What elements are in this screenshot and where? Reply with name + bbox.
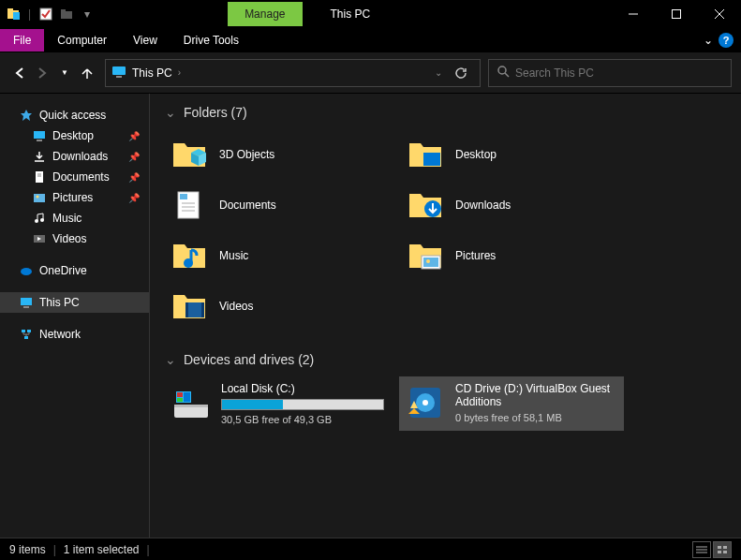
titlebar: | ▾ Manage This PC	[0, 0, 741, 28]
new-folder-icon[interactable]	[57, 5, 76, 23]
folder-label: Music	[219, 249, 248, 262]
sidebar-item-this-pc[interactable]: This PC	[0, 292, 149, 313]
folder-label: Documents	[219, 199, 276, 212]
back-button[interactable]	[9, 63, 30, 83]
tab-computer[interactable]: Computer	[44, 29, 120, 52]
star-icon	[19, 108, 34, 123]
sidebar-item-network[interactable]: Network	[0, 324, 149, 345]
svg-point-58	[422, 400, 428, 405]
sidebar-item-label: Videos	[52, 232, 86, 245]
folder-icon	[407, 136, 444, 173]
sidebar-item-label: Music	[52, 212, 82, 225]
svg-point-46	[426, 259, 430, 263]
downloads-icon	[32, 149, 47, 164]
content-pane: ⌄ Folders (7) 3D Objects Desktop Documen…	[150, 94, 741, 538]
this-pc-icon	[19, 295, 34, 310]
svg-rect-18	[36, 171, 43, 183]
svg-point-22	[37, 196, 39, 199]
svg-rect-53	[177, 392, 183, 397]
sidebar-item-label: Quick access	[39, 109, 106, 122]
folder-videos[interactable]: Videos	[165, 281, 401, 332]
drive-cd-d[interactable]: CD Drive (D:) VirtualBox Guest Additions…	[399, 376, 624, 431]
group-header-folders[interactable]: ⌄ Folders (7)	[165, 105, 726, 120]
svg-rect-28	[21, 298, 32, 305]
details-view-button[interactable]	[692, 541, 711, 558]
sidebar-item-pictures[interactable]: Pictures 📌	[0, 187, 149, 208]
folder-downloads[interactable]: Downloads	[401, 180, 637, 230]
navigation-pane: Quick access Desktop 📌 Downloads 📌 Docum…	[0, 94, 150, 538]
folder-label: 3D Objects	[219, 148, 274, 161]
svg-rect-51	[174, 405, 208, 407]
sidebar-item-documents[interactable]: Documents 📌	[0, 167, 149, 187]
svg-marker-14	[21, 110, 32, 121]
folder-icon	[407, 186, 444, 224]
breadcrumb-this-pc[interactable]: This PC	[132, 66, 172, 80]
desktop-icon	[32, 128, 47, 143]
sidebar-item-downloads[interactable]: Downloads 📌	[0, 146, 149, 167]
svg-rect-67	[723, 551, 727, 553]
address-dropdown-icon[interactable]: ⌄	[435, 67, 442, 78]
minimize-button[interactable]	[612, 0, 655, 28]
up-button[interactable]	[77, 63, 97, 83]
folder-desktop[interactable]: Desktop	[401, 129, 637, 180]
pin-icon: 📌	[128, 172, 140, 183]
properties-icon[interactable]	[37, 5, 55, 23]
file-explorer-window: | ▾ Manage This PC File Computer View Dr…	[0, 0, 741, 560]
search-input[interactable]	[515, 66, 723, 80]
qat-dropdown-icon[interactable]: ▾	[78, 5, 96, 23]
search-box[interactable]	[488, 59, 732, 87]
help-icon[interactable]: ?	[719, 33, 734, 48]
drive-free-label: 0 bytes free of 58,1 MB	[455, 412, 618, 423]
svg-rect-29	[23, 306, 29, 308]
ribbon-collapse-icon[interactable]: ⌄	[704, 34, 713, 47]
folder-pictures[interactable]: Pictures	[401, 230, 637, 281]
quick-access-toolbar: | ▾	[0, 5, 96, 23]
icons-view-button[interactable]	[713, 541, 732, 558]
folder-icon	[170, 136, 208, 173]
folder-documents[interactable]: Documents	[165, 180, 401, 230]
recent-dropdown-icon[interactable]: ▼	[54, 63, 75, 83]
status-selected-count: 1 item selected	[64, 543, 140, 556]
forward-button[interactable]	[32, 63, 52, 83]
search-icon	[496, 65, 510, 81]
close-button[interactable]	[698, 0, 741, 28]
folder-label: Downloads	[455, 199, 511, 212]
folder-music[interactable]: Music	[165, 230, 401, 281]
svg-point-27	[21, 268, 32, 275]
sidebar-item-desktop[interactable]: Desktop 📌	[0, 125, 149, 146]
sidebar-item-label: Network	[39, 328, 81, 341]
chevron-right-icon[interactable]: ›	[178, 67, 181, 78]
sidebar-item-quick-access[interactable]: Quick access	[0, 105, 149, 125]
sidebar-item-label: OneDrive	[39, 264, 87, 277]
pin-icon: 📌	[128, 193, 140, 203]
sidebar-item-onedrive[interactable]: OneDrive	[0, 260, 149, 281]
qat-separator: |	[28, 7, 31, 21]
svg-rect-7	[673, 10, 681, 19]
sidebar-item-label: This PC	[39, 296, 80, 309]
group-header-drives[interactable]: ⌄ Devices and drives (2)	[165, 352, 726, 367]
svg-point-23	[35, 219, 38, 223]
svg-rect-21	[34, 194, 45, 202]
folder-icon	[170, 186, 208, 224]
drive-label: CD Drive (D:) VirtualBox Guest Additions	[455, 382, 618, 408]
sidebar-item-music[interactable]: Music	[0, 208, 149, 228]
contextual-tab-manage[interactable]: Manage	[228, 2, 302, 26]
window-title: This PC	[331, 7, 371, 21]
drive-local-disk-c[interactable]: Local Disk (C:) 30,5 GB free of 49,3 GB	[165, 376, 390, 431]
videos-icon	[32, 231, 47, 246]
maximize-button[interactable]	[655, 0, 698, 28]
svg-rect-1	[7, 8, 13, 11]
svg-line-13	[505, 73, 509, 77]
tab-file[interactable]: File	[0, 29, 44, 52]
folder-3d-objects[interactable]: 3D Objects	[165, 129, 401, 180]
folder-label: Videos	[219, 300, 253, 313]
tab-drive-tools[interactable]: Drive Tools	[170, 29, 252, 52]
chevron-down-icon: ⌄	[165, 352, 176, 367]
svg-rect-31	[27, 330, 31, 332]
address-bar[interactable]: This PC › ⌄	[105, 59, 481, 87]
folder-label: Pictures	[455, 249, 496, 262]
ribbon-tabs: File Computer View Drive Tools ⌄ ?	[0, 28, 741, 52]
refresh-button[interactable]	[448, 60, 474, 86]
tab-view[interactable]: View	[120, 29, 170, 52]
sidebar-item-videos[interactable]: Videos	[0, 228, 149, 249]
